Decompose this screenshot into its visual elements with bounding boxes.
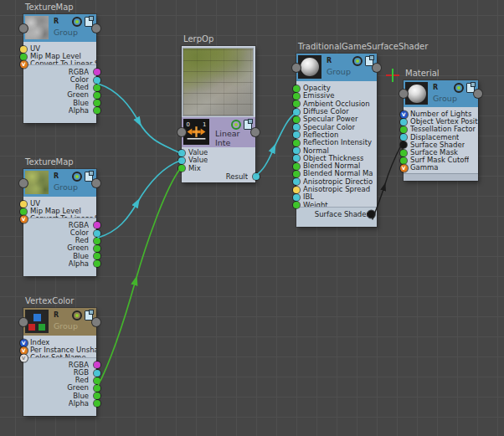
- input-port[interactable]: [178, 157, 185, 164]
- render-target-icon[interactable]: [352, 56, 363, 66]
- input-port[interactable]: [400, 134, 407, 141]
- header-right-port[interactable]: [92, 318, 100, 326]
- header-left-port[interactable]: [399, 90, 408, 98]
- node-header[interactable]: 01Linear Inte: [182, 117, 255, 147]
- header-left-port[interactable]: [19, 318, 28, 326]
- output-port[interactable]: [94, 107, 100, 114]
- wire-texmap2-color-to-lerp-value2[interactable]: [98, 161, 180, 238]
- input-port[interactable]: V: [400, 164, 408, 172]
- input-port[interactable]: [293, 155, 300, 162]
- clipboard-icon[interactable]: [85, 172, 93, 182]
- input-port[interactable]: [293, 85, 300, 92]
- input-port[interactable]: V: [20, 339, 28, 346]
- input-port[interactable]: [178, 150, 185, 156]
- input-port[interactable]: [293, 100, 300, 107]
- header-right-port[interactable]: [251, 128, 260, 136]
- input-port[interactable]: [293, 202, 300, 208]
- output-port[interactable]: [94, 230, 100, 237]
- input-port[interactable]: V: [20, 60, 28, 68]
- input-port[interactable]: V: [20, 354, 28, 362]
- output-port[interactable]: [94, 377, 100, 384]
- output-port[interactable]: [94, 385, 100, 392]
- output-port[interactable]: [94, 222, 100, 228]
- input-port[interactable]: [293, 93, 300, 100]
- header-left-port[interactable]: [292, 64, 301, 72]
- input-port[interactable]: [293, 124, 300, 131]
- output-port[interactable]: [94, 238, 100, 244]
- output-port[interactable]: [94, 100, 100, 106]
- output-port[interactable]: [94, 253, 100, 259]
- header-left-port[interactable]: [177, 128, 186, 136]
- node-header[interactable]: RGroup: [404, 80, 478, 107]
- input-port[interactable]: [293, 194, 300, 201]
- header-left-port[interactable]: [19, 179, 28, 187]
- render-target-icon[interactable]: [454, 83, 464, 93]
- node-header[interactable]: RGroup: [296, 54, 377, 81]
- output-port-label: RGB: [74, 369, 89, 377]
- input-port[interactable]: [293, 109, 300, 115]
- input-port[interactable]: [20, 54, 27, 60]
- output-port[interactable]: [94, 92, 100, 99]
- input-port[interactable]: [20, 201, 27, 208]
- header-left-port[interactable]: [19, 24, 28, 33]
- clipboard-icon[interactable]: [244, 120, 252, 130]
- node-vertex-color[interactable]: RGroupVIndexVPer Instance UnshaVColor Se…: [23, 308, 96, 416]
- input-port[interactable]: V: [20, 346, 28, 354]
- input-port[interactable]: [293, 187, 300, 193]
- wire-surface-shader-to-material[interactable]: [373, 144, 402, 219]
- v-badge-letter: V: [22, 217, 26, 222]
- header-right-port[interactable]: [92, 179, 100, 187]
- wire-texmap1-color-to-lerp-value1[interactable]: [98, 84, 180, 153]
- input-port[interactable]: [400, 119, 407, 126]
- input-port[interactable]: [400, 126, 407, 133]
- wire-lerp-result-to-diffuse-color[interactable]: [256, 114, 295, 175]
- output-port[interactable]: [94, 85, 100, 91]
- header-right-port[interactable]: [373, 64, 381, 72]
- input-port[interactable]: [293, 163, 300, 170]
- output-port[interactable]: [94, 245, 100, 252]
- input-port[interactable]: [293, 171, 300, 177]
- output-port[interactable]: [368, 211, 375, 218]
- header-right-port[interactable]: [92, 24, 100, 33]
- output-port[interactable]: [94, 69, 100, 75]
- input-port[interactable]: [178, 165, 185, 172]
- input-port[interactable]: [20, 208, 27, 215]
- header-right-port[interactable]: [474, 90, 482, 98]
- input-port[interactable]: [293, 131, 300, 138]
- input-port[interactable]: [293, 116, 300, 123]
- input-row: Mip Map Level: [23, 208, 96, 215]
- node-graph-canvas[interactable]: TextureMapRGroupUVMip Map LevelVConvert …: [0, 0, 504, 436]
- render-target-icon[interactable]: [72, 172, 82, 182]
- clipboard-icon[interactable]: [85, 310, 93, 321]
- render-target-icon[interactable]: [72, 310, 82, 321]
- output-port[interactable]: [94, 370, 100, 377]
- output-port[interactable]: [94, 400, 100, 407]
- node-traditional-game-surface-shader[interactable]: RGroupOpacityEmissiveAmbient OcclusionDi…: [296, 54, 377, 227]
- node-header[interactable]: RGroup: [23, 308, 96, 336]
- wire-vertexcolor-red-to-lerp-mix[interactable]: [98, 169, 180, 386]
- output-port[interactable]: [94, 392, 100, 399]
- input-port[interactable]: [293, 178, 300, 185]
- input-port[interactable]: [20, 46, 27, 53]
- node-header[interactable]: RGroup: [23, 14, 96, 42]
- clipboard-icon[interactable]: [365, 56, 373, 66]
- clipboard-icon[interactable]: [85, 17, 93, 27]
- node-texture-map-2[interactable]: RGroupUVMip Map LevelVConvert To Linear …: [23, 169, 96, 276]
- input-port[interactable]: [400, 157, 407, 164]
- node-lerp-op[interactable]: 01Linear InteValueValueMixResult: [182, 46, 255, 182]
- output-port[interactable]: [94, 362, 100, 368]
- output-port[interactable]: [94, 77, 100, 84]
- input-port[interactable]: [400, 141, 407, 148]
- node-material[interactable]: RGroupVNumber of LightsObject Vertex Pos…: [404, 80, 478, 181]
- input-port[interactable]: [400, 150, 407, 156]
- input-port[interactable]: V: [20, 215, 28, 223]
- node-texture-map-1[interactable]: RGroupUVMip Map LevelVConvert To Linear …: [23, 14, 96, 123]
- render-target-icon[interactable]: [231, 120, 241, 130]
- input-port[interactable]: [293, 147, 300, 154]
- input-port[interactable]: [293, 140, 300, 146]
- render-target-icon[interactable]: [72, 17, 82, 27]
- node-header[interactable]: RGroup: [23, 169, 96, 197]
- input-port[interactable]: V: [400, 110, 408, 118]
- output-port[interactable]: [253, 173, 260, 180]
- output-port[interactable]: [94, 260, 100, 267]
